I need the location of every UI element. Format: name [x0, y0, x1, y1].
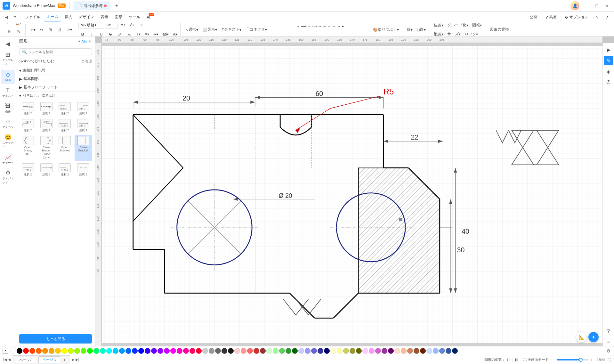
export-button[interactable]: ↗▾ — [65, 26, 74, 34]
arrow9[interactable]: → — [337, 24, 341, 28]
arrow3[interactable]: ⇒ — [307, 24, 311, 28]
help-button[interactable]: ? — [594, 14, 601, 21]
position-button[interactable]: 位置▾ — [432, 23, 445, 29]
arrow1[interactable]: → — [296, 24, 300, 28]
shape-item-annot12[interactable]: 注釈 2 — [75, 162, 92, 178]
color-orangered[interactable] — [29, 348, 35, 354]
collapse-panel-button[interactable]: ◀ — [1, 39, 15, 49]
category-flowchart-header[interactable]: ▶ 基本フローチャート — [16, 83, 95, 91]
bullet-list-button[interactable]: ≡▾ — [143, 30, 151, 36]
color-lawngreen[interactable] — [81, 348, 86, 354]
color-greenyellow[interactable] — [68, 348, 74, 354]
print-button[interactable]: 🖨 — [56, 26, 64, 34]
color-blue2[interactable] — [138, 348, 144, 354]
shape-item-annot3[interactable]: 注釈 2 注釈 2 — [56, 101, 74, 117]
shape-item-annot4[interactable]: 注釈 2 注釈 2 — [75, 101, 92, 117]
sidebar-item-image[interactable]: 🖼 画像 — [1, 101, 15, 116]
color-yellow[interactable] — [61, 348, 67, 354]
ai-symbol-button[interactable]: ✦ AI記号 — [78, 39, 92, 44]
size-button[interactable]: サイズ▾ — [446, 30, 462, 37]
color-mediumpurple[interactable] — [305, 348, 311, 354]
font-grow-button[interactable]: A↑ — [119, 23, 127, 29]
zoom-in-button[interactable]: + — [590, 357, 593, 362]
fill-button[interactable]: 🎨 塗りつぶし▾ — [371, 26, 400, 34]
magic-button[interactable]: ✦ — [588, 332, 599, 342]
color-deeppink[interactable] — [177, 348, 182, 354]
color-green[interactable] — [87, 348, 93, 354]
color-orange[interactable] — [36, 348, 42, 354]
ab-button[interactable]: ab▾ — [161, 30, 170, 36]
arrow5[interactable]: → — [318, 24, 322, 28]
toggle-ribbon-button[interactable]: ≡ — [11, 13, 19, 21]
font-shrink-button[interactable]: A↓ — [128, 23, 136, 29]
pages-button[interactable]: ⊞ — [46, 26, 54, 34]
paste-button[interactable]: 📋▾ — [14, 23, 23, 27]
next-page-button[interactable]: ▶ — [72, 358, 74, 362]
color-lightpink[interactable] — [234, 348, 240, 354]
shadow-button[interactable]: ◻ 影▾ — [415, 26, 427, 34]
user-avatar[interactable]: 👤 — [570, 1, 579, 10]
color-palegreen[interactable] — [273, 348, 279, 354]
color-darkkhaki[interactable] — [343, 348, 349, 354]
color-peru[interactable] — [407, 348, 413, 354]
color-lightyellow[interactable] — [330, 348, 336, 354]
color-midnightblue[interactable] — [452, 348, 458, 354]
collapse-ribbon-button[interactable]: ∧ — [603, 14, 611, 21]
cut-button[interactable]: ✂ — [4, 23, 13, 27]
snap-button[interactable]: 📐 — [576, 332, 586, 342]
color-slateblue[interactable] — [145, 348, 150, 354]
history-panel-button[interactable]: ⏱ — [604, 77, 613, 87]
menu-file[interactable]: ファイル — [22, 13, 43, 21]
color-brown[interactable] — [420, 348, 426, 354]
color-honeydew[interactable] — [266, 348, 272, 354]
color-magenta[interactable] — [170, 348, 176, 354]
menu-tool[interactable]: ツール — [126, 13, 143, 21]
menu-ai[interactable]: AIhot — [144, 14, 153, 21]
no-color-button[interactable]: ✕ — [3, 348, 8, 354]
color-khaki[interactable] — [337, 348, 343, 354]
shape-item-annot7[interactable]: 注釈 2 注釈 2 — [56, 118, 74, 133]
line-button[interactable]: — 線▾ — [401, 26, 414, 34]
shape-item-annot8[interactable]: 注釈 2 注釈 2 — [75, 118, 92, 133]
fold-all-button[interactable]: ≫ すべて折りたたむ ⚙ 管理 — [16, 57, 95, 65]
color-darkorange[interactable] — [42, 348, 48, 354]
color-firebrick[interactable] — [254, 348, 259, 354]
color-darkgreen[interactable] — [292, 348, 298, 354]
bold-button[interactable]: B — [78, 30, 87, 36]
arrow2[interactable]: ⟶ — [301, 24, 306, 28]
italic-button[interactable]: I — [88, 30, 96, 36]
color-lavender[interactable] — [298, 348, 304, 354]
redo-button[interactable]: ↪ — [38, 26, 45, 34]
color-violet[interactable] — [369, 348, 375, 354]
color-purple[interactable] — [158, 348, 163, 354]
sidebar-item-shapes[interactable]: ◇ 図形 — [1, 70, 15, 84]
page-tab-1[interactable]: ページ-1 — [15, 357, 37, 363]
color-salmon[interactable] — [241, 348, 246, 354]
indent-button[interactable]: ⇥▾ — [152, 30, 160, 36]
color-cyan[interactable] — [106, 348, 112, 354]
layer-item[interactable]: ◧ — [515, 358, 519, 362]
arrow4[interactable]: ⟹ — [311, 24, 317, 28]
color-darkmagenta[interactable] — [388, 348, 394, 354]
color-darkblue[interactable] — [132, 348, 138, 354]
font-color-button[interactable]: A▾ — [171, 30, 179, 36]
color-seagreen[interactable] — [286, 348, 291, 354]
color-deepskyblue[interactable] — [113, 348, 118, 354]
color-olive[interactable] — [350, 348, 355, 354]
color-hotpink[interactable] — [183, 348, 189, 354]
help-panel-button[interactable]: ? — [604, 327, 613, 336]
color-gray[interactable] — [215, 348, 221, 354]
options-button[interactable]: ⚙ オプション — [562, 13, 591, 21]
arrow8[interactable]: → — [332, 24, 336, 28]
copy-button[interactable]: ⎘ — [5, 28, 13, 36]
settings-icon[interactable]: ⚙ — [605, 348, 611, 354]
add-tab-button[interactable]: + — [113, 2, 120, 10]
zoom-slider-thumb[interactable] — [579, 358, 583, 362]
canvas-wrapper[interactable]: 20 60 22 40 — [102, 43, 602, 346]
color-indigo[interactable] — [318, 348, 323, 354]
shape-item-open-brace[interactable]: Open Brace, Op... — [19, 135, 36, 161]
shape-item-annot6[interactable]: 注釈 2 注釈 2 — [38, 118, 55, 133]
color-turquoise[interactable] — [100, 348, 106, 354]
shape-item-close-brace[interactable]: Close Brace, Close Curly — [38, 135, 55, 161]
connector-tool-button[interactable]: ⌒ コネクタ▾ — [244, 26, 269, 34]
